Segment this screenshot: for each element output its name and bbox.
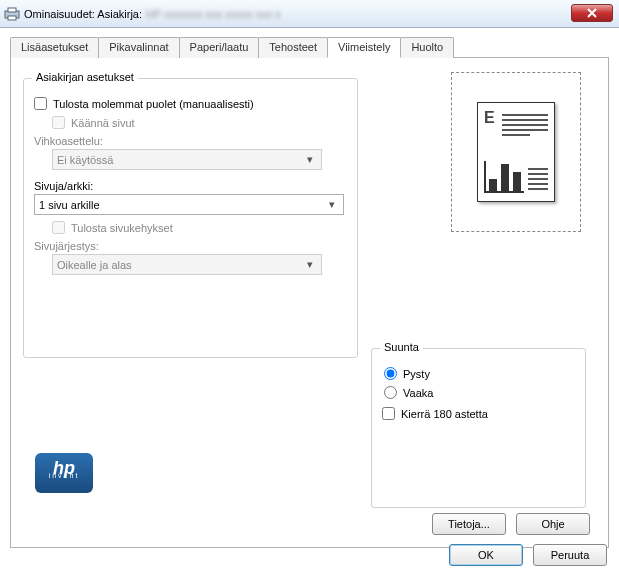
- group-orientation: Suunta Pysty Vaaka Kierrä 180 astetta: [371, 348, 586, 508]
- preview-text-lines2-icon: [528, 165, 548, 193]
- tab-huolto[interactable]: Huolto: [400, 37, 454, 58]
- tab-viimeistely[interactable]: Viimeistely: [327, 37, 401, 58]
- window-title-printer: HP xxxxxxx xxx xxxxx xxx x: [146, 8, 281, 20]
- select-booklet-value: Ei käytössä: [57, 154, 113, 166]
- about-button[interactable]: Tietoja...: [432, 513, 506, 535]
- checkbox-print-borders: Tulosta sivukehykset: [52, 221, 347, 234]
- label-page-order: Sivujärjestys:: [34, 240, 347, 252]
- help-button[interactable]: Ohje: [516, 513, 590, 535]
- cancel-button[interactable]: Peruuta: [533, 544, 607, 566]
- svg-rect-2: [8, 16, 16, 20]
- tab-strip: Lisäasetukset Pikavalinnat Paperi/laatu …: [10, 36, 609, 58]
- checkbox-rotate-180-label: Kierrä 180 astetta: [401, 408, 488, 420]
- page-preview: E: [451, 72, 581, 232]
- group-document-legend: Asiakirjan asetukset: [32, 71, 138, 83]
- ok-button[interactable]: OK: [449, 544, 523, 566]
- chevron-down-icon: ▾: [302, 153, 317, 166]
- titlebar: Ominaisuudet: Asiakirja: HP xxxxxxx xxx …: [0, 0, 619, 28]
- radio-portrait-label: Pysty: [403, 368, 430, 380]
- checkbox-print-borders-input: [52, 221, 65, 234]
- label-booklet: Vihkoasettelu:: [34, 135, 347, 147]
- select-page-order-value: Oikealle ja alas: [57, 259, 132, 271]
- inner-button-row: Tietoja... Ohje: [432, 513, 590, 535]
- checkbox-print-both-sides[interactable]: Tulosta molemmat puolet (manuaalisesti): [34, 97, 347, 110]
- tab-body: Asiakirjan asetukset Tulosta molemmat pu…: [10, 58, 609, 548]
- group-orientation-legend: Suunta: [380, 341, 423, 353]
- checkbox-flip-pages-input: [52, 116, 65, 129]
- select-pages-per-sheet-value: 1 sivu arkille: [39, 199, 100, 211]
- checkbox-print-borders-label: Tulosta sivukehykset: [71, 222, 173, 234]
- radio-portrait-input[interactable]: [384, 367, 397, 380]
- printer-icon: [4, 7, 20, 21]
- checkbox-rotate-180-input[interactable]: [382, 407, 395, 420]
- hp-logo: hp: [35, 453, 93, 493]
- checkbox-flip-pages-label: Käännä sivut: [71, 117, 135, 129]
- group-document-settings: Asiakirjan asetukset Tulosta molemmat pu…: [23, 78, 358, 358]
- page-preview-page: E: [477, 102, 555, 202]
- preview-chart-icon: [484, 161, 524, 193]
- tab-pikavalinnat[interactable]: Pikavalinnat: [98, 37, 179, 58]
- select-page-order: Oikealle ja alas ▾: [52, 254, 322, 275]
- checkbox-rotate-180[interactable]: Kierrä 180 astetta: [382, 407, 575, 420]
- radio-landscape[interactable]: Vaaka: [384, 386, 573, 399]
- checkbox-flip-pages: Käännä sivut: [52, 116, 347, 129]
- label-pages-per-sheet: Sivuja/arkki:: [34, 180, 347, 192]
- preview-text-lines-icon: [502, 111, 548, 139]
- select-pages-per-sheet[interactable]: 1 sivu arkille ▾: [34, 194, 344, 215]
- svg-rect-1: [8, 8, 16, 12]
- client-area: Lisäasetukset Pikavalinnat Paperi/laatu …: [0, 28, 619, 576]
- tab-paperi-laatu[interactable]: Paperi/laatu: [179, 37, 260, 58]
- checkbox-print-both-sides-label: Tulosta molemmat puolet (manuaalisesti): [53, 98, 254, 110]
- close-button[interactable]: [571, 4, 613, 22]
- preview-letter-icon: E: [484, 109, 495, 127]
- dialog-button-row: OK Peruuta: [449, 544, 607, 566]
- tab-tehosteet[interactable]: Tehosteet: [258, 37, 328, 58]
- window-title: Ominaisuudet: Asiakirja:: [24, 8, 142, 20]
- checkbox-print-both-sides-input[interactable]: [34, 97, 47, 110]
- radio-landscape-label: Vaaka: [403, 387, 433, 399]
- chevron-down-icon[interactable]: ▾: [324, 198, 339, 211]
- radio-landscape-input[interactable]: [384, 386, 397, 399]
- radio-portrait[interactable]: Pysty: [384, 367, 573, 380]
- select-booklet: Ei käytössä ▾: [52, 149, 322, 170]
- tab-lisaasetukset[interactable]: Lisäasetukset: [10, 37, 99, 58]
- chevron-down-icon: ▾: [302, 258, 317, 271]
